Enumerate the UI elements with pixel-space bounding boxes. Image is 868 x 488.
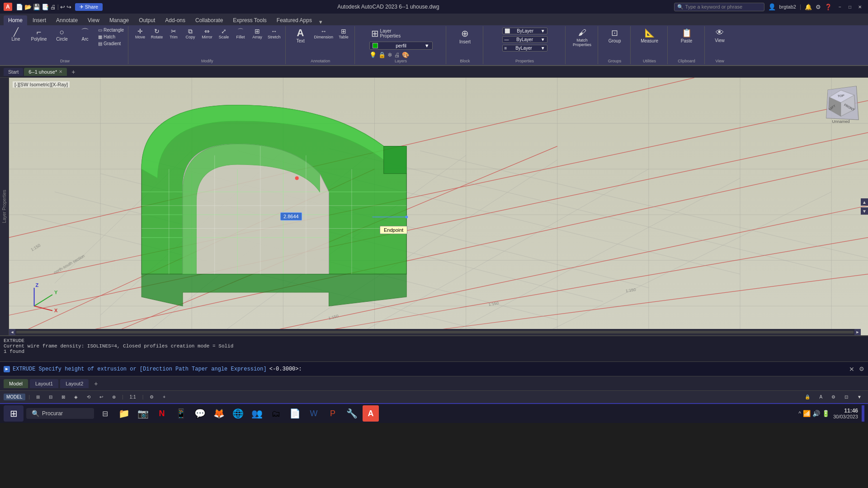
tab-featured[interactable]: Featured Apps	[272, 15, 316, 25]
tab-annotate[interactable]: Annotate	[52, 15, 82, 25]
command-input-field[interactable]	[269, 366, 846, 372]
system-clock[interactable]: 11:46 30/03/2023	[831, 408, 860, 419]
show-desktop-button[interactable]	[862, 405, 864, 422]
print-icon[interactable]: 🖨	[50, 4, 56, 10]
taskbar-folder2-icon[interactable]: 🗂	[268, 405, 284, 422]
layer-properties-button[interactable]: ⊞ LayerProperties	[369, 27, 403, 40]
dimension-button[interactable]: ↔ Dimension	[312, 27, 335, 40]
hscroll-right-button[interactable]: ►	[854, 329, 861, 335]
task-view-button[interactable]: ⊟	[97, 405, 113, 422]
command-close-button[interactable]: ✕	[849, 366, 854, 373]
tray-battery-icon[interactable]: 🔋	[822, 410, 830, 417]
canvas-area[interactable]: 1:150 north-south section 1:150 1:150 1:…	[9, 78, 868, 335]
layer-icon-5[interactable]: 🎨	[402, 52, 409, 58]
circle-button[interactable]: ○ Circle	[51, 27, 73, 42]
help-icon[interactable]: ❓	[825, 4, 832, 10]
scroll-down-button[interactable]: ▼	[861, 207, 868, 215]
tab-express[interactable]: Express Tools	[228, 15, 271, 25]
line-button[interactable]: ╱ Line	[5, 27, 27, 42]
viewcube[interactable]: TOP LEFT FRONT Unnamed	[823, 87, 859, 132]
taskbar-firefox-icon[interactable]: 🦊	[211, 405, 227, 422]
layer-dropdown[interactable]: perfil ▼	[369, 42, 433, 50]
status-settings-button[interactable]: ⚙	[147, 394, 156, 400]
view-button[interactable]: 👁 View	[708, 27, 731, 44]
tab-view[interactable]: View	[83, 15, 104, 25]
gradient-button[interactable]: ▤ Gradient	[97, 41, 125, 47]
lineweight-dropdown[interactable]: ≡ ByLayer ▼	[502, 45, 547, 52]
measure-button[interactable]: 📐 Measure	[638, 27, 661, 44]
rotate-button[interactable]: ↻ Rotate	[149, 27, 165, 40]
settings-icon[interactable]: ⚙	[816, 4, 821, 10]
rectangle-button[interactable]: ▭ Rectangle	[97, 27, 125, 33]
doc-tab-start[interactable]: Start	[4, 68, 23, 76]
status-add-button[interactable]: +	[160, 394, 168, 400]
viewcube-box[interactable]: TOP LEFT FRONT	[826, 86, 859, 120]
arc-button[interactable]: ⌒ Arc	[74, 27, 96, 42]
status-annotate-icon[interactable]: A	[816, 394, 825, 400]
status-ortho-button[interactable]: ⊠	[59, 394, 68, 400]
taskbar-teams-icon[interactable]: 👥	[249, 405, 265, 422]
layout-tab-2[interactable]: Layout2	[60, 379, 89, 388]
undo-icon[interactable]: ↩	[60, 4, 65, 10]
status-3dosnap-button[interactable]: ↩	[97, 394, 106, 400]
status-dynin-button[interactable]: ⊕	[109, 394, 118, 400]
maximize-button[interactable]: □	[845, 2, 854, 11]
taskbar-ppt-icon[interactable]: P	[325, 405, 341, 422]
status-fullscreen-button[interactable]: ⊡	[842, 394, 851, 400]
save-icon[interactable]: 💾	[33, 4, 40, 10]
status-snap-grid-button[interactable]: ⊞	[33, 394, 42, 400]
search-box[interactable]: 🔍 Type a keyword or phrase	[674, 3, 764, 11]
tab-home[interactable]: Home	[4, 15, 27, 25]
status-polar-button[interactable]: ◈	[71, 394, 80, 400]
doc-tab-close-icon[interactable]: ✕	[59, 69, 62, 74]
status-model-label[interactable]: MODEL	[4, 394, 25, 400]
scale-button[interactable]: ⤢ Scale	[216, 27, 232, 40]
taskbar-word-icon[interactable]: W	[306, 405, 322, 422]
tab-insert[interactable]: Insert	[28, 15, 51, 25]
tab-addons[interactable]: Add-ons	[160, 15, 190, 25]
paste-button[interactable]: 📋 Paste	[675, 27, 698, 44]
trim-button[interactable]: ✂ Trim	[165, 27, 182, 40]
redo-icon[interactable]: ↪	[66, 4, 71, 10]
taskbar-files-icon[interactable]: 📄	[287, 405, 303, 422]
taskbar-netflix-icon[interactable]: N	[154, 405, 170, 422]
copy-button[interactable]: ⧉ Copy	[182, 27, 198, 40]
scroll-up-button[interactable]: ▲	[861, 198, 868, 206]
taskbar-camera-icon[interactable]: 📷	[135, 405, 151, 422]
layer-icon-1[interactable]: 💡	[369, 52, 377, 58]
layer-icon-2[interactable]: 🔒	[378, 52, 386, 58]
array-button[interactable]: ⊞ Array	[249, 27, 265, 40]
polyline-button[interactable]: ⌐ Polyline	[28, 27, 50, 42]
taskbar-discord-icon[interactable]: 💬	[192, 405, 208, 422]
tray-sound-icon[interactable]: 🔊	[812, 410, 820, 417]
status-customize-button[interactable]: ▼	[854, 394, 864, 400]
insert-block-button[interactable]: ⊕ Insert	[454, 27, 476, 45]
new-tab-button[interactable]: +	[68, 67, 79, 77]
layout-tab-model[interactable]: Model	[4, 379, 28, 388]
match-properties-button[interactable]: 🖌 MatchProperties	[571, 27, 594, 48]
tab-collaborate[interactable]: Collaborate	[191, 15, 227, 25]
expand-ribbon-icon[interactable]: ▾	[319, 19, 322, 25]
hscroll-bar[interactable]: ◄ ►	[9, 329, 861, 335]
stretch-button[interactable]: ↔ Stretch	[266, 27, 283, 40]
tab-manage[interactable]: Manage	[105, 15, 133, 25]
tray-network-icon[interactable]: 📶	[803, 410, 811, 417]
status-snap-button[interactable]: ⊟	[46, 394, 55, 400]
doc-tab-uhouse[interactable]: 6--1 uhouse* ✕	[24, 68, 67, 76]
taskbar-file-explorer-icon[interactable]: 📁	[116, 405, 132, 422]
layer-icon-4[interactable]: 🖨	[394, 52, 400, 58]
minimize-button[interactable]: −	[835, 2, 844, 11]
hscroll-left-button[interactable]: ◄	[9, 329, 15, 335]
mirror-button[interactable]: ⇔ Mirror	[199, 27, 215, 40]
group-button[interactable]: ⊡ Group	[604, 27, 626, 44]
start-button[interactable]: ⊞	[4, 405, 24, 422]
share-button[interactable]: ✈ Share	[75, 3, 103, 11]
status-scale-label[interactable]: 1:1	[127, 394, 139, 400]
table-button[interactable]: ⊞ Table	[335, 27, 352, 40]
taskbar-autocad-icon[interactable]: A	[363, 405, 379, 422]
open-file-icon[interactable]: 📂	[24, 4, 32, 10]
layer-icon-3[interactable]: ❄	[387, 52, 392, 58]
new-layout-button[interactable]: +	[90, 378, 101, 389]
close-button[interactable]: ✕	[855, 2, 864, 11]
hatch-button[interactable]: ▦ Hatch	[97, 34, 125, 40]
